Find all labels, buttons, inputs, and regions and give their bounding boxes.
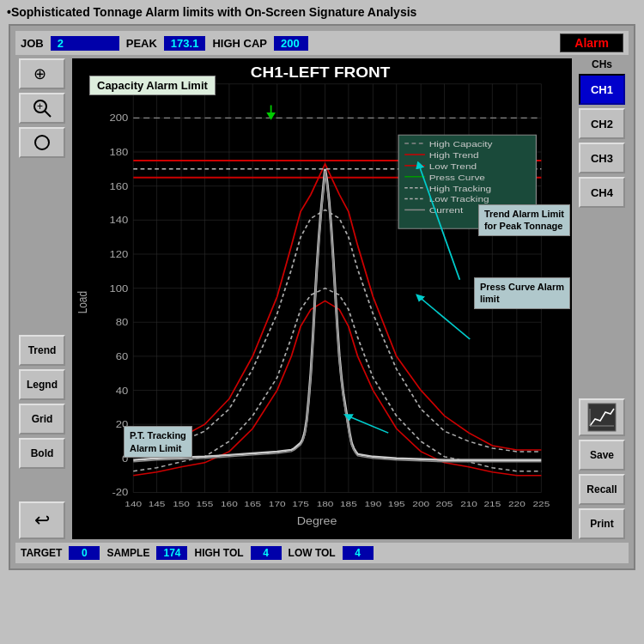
chs-label: CHs bbox=[592, 58, 612, 70]
svg-text:145: 145 bbox=[149, 499, 166, 508]
svg-text:140: 140 bbox=[125, 499, 142, 508]
svg-text:175: 175 bbox=[292, 499, 309, 508]
svg-text:180: 180 bbox=[317, 499, 334, 508]
lowtol-value: 4 bbox=[343, 546, 374, 560]
job-label: JOB bbox=[21, 37, 44, 50]
bold-button[interactable]: Bold bbox=[19, 438, 65, 469]
press-curve-alarm-label: Press Curve Alarmlimit bbox=[474, 277, 570, 309]
save-button[interactable]: Save bbox=[579, 440, 625, 471]
chart-area: 220 200 180 160 140 120 100 80 60 40 20 … bbox=[72, 58, 572, 539]
svg-text:Low Tracking: Low Tracking bbox=[429, 194, 489, 204]
svg-text:225: 225 bbox=[532, 499, 550, 508]
top-bar: JOB 2 PEAK 173.1 HIGH CAP 200 Alarm bbox=[15, 31, 629, 55]
svg-text:High Trend: High Trend bbox=[429, 150, 479, 160]
ch1-button[interactable]: CH1 bbox=[579, 74, 625, 105]
trend-alarm-label: Trend Alarm Limitfor Peak Tonnage bbox=[478, 204, 570, 236]
main-area: ⊕ + Trend Legnd Grid Bold ↩ bbox=[15, 58, 629, 539]
svg-text:150: 150 bbox=[173, 499, 190, 508]
svg-text:170: 170 bbox=[269, 499, 286, 508]
svg-text:195: 195 bbox=[388, 499, 405, 508]
print-button[interactable]: Print bbox=[579, 508, 625, 539]
target-value: 0 bbox=[69, 546, 100, 560]
ch4-button[interactable]: CH4 bbox=[579, 177, 625, 208]
legend-button[interactable]: Legnd bbox=[19, 369, 65, 400]
svg-text:Press Curve: Press Curve bbox=[429, 173, 485, 182]
svg-text:220: 220 bbox=[508, 499, 526, 508]
trend-button[interactable]: Trend bbox=[19, 335, 65, 366]
back-button[interactable]: ↩ bbox=[19, 501, 65, 539]
svg-text:210: 210 bbox=[460, 499, 477, 508]
circle-icon[interactable] bbox=[19, 127, 65, 158]
svg-text:High Capacity: High Capacity bbox=[429, 139, 493, 149]
svg-text:190: 190 bbox=[364, 499, 381, 508]
chart-icon-button[interactable] bbox=[579, 398, 625, 436]
lowtol-label: LOW TOL bbox=[289, 547, 336, 559]
recall-button[interactable]: Recall bbox=[579, 474, 625, 505]
svg-text:160: 160 bbox=[110, 181, 129, 192]
job-value: 2 bbox=[51, 36, 119, 51]
hightol-value: 4 bbox=[251, 546, 282, 560]
svg-point-4 bbox=[35, 136, 49, 149]
svg-text:200: 200 bbox=[110, 112, 129, 124]
svg-text:+: + bbox=[37, 100, 43, 112]
svg-text:80: 80 bbox=[116, 317, 129, 328]
svg-text:120: 120 bbox=[110, 249, 129, 260]
tracking-alarm-label: P.T. TrackingAlarm Limit bbox=[124, 426, 192, 458]
ch3-button[interactable]: CH3 bbox=[579, 143, 625, 173]
peak-label: PEAK bbox=[126, 37, 157, 50]
grid-button[interactable]: Grid bbox=[19, 404, 65, 434]
svg-text:⊕: ⊕ bbox=[33, 65, 46, 82]
main-container: JOB 2 PEAK 173.1 HIGH CAP 200 Alarm ⊕ + bbox=[9, 24, 635, 570]
svg-text:60: 60 bbox=[116, 351, 129, 362]
highcap-label: HIGH CAP bbox=[212, 37, 267, 50]
svg-line-2 bbox=[45, 111, 51, 117]
right-sidebar: CHs CH1 CH2 CH3 CH4 Save Recall Print bbox=[575, 58, 629, 539]
bottom-bar: TARGET 0 SAMPLE 174 HIGH TOL 4 LOW TOL 4 bbox=[15, 543, 629, 563]
svg-text:Low Trend: Low Trend bbox=[429, 161, 477, 171]
svg-text:180: 180 bbox=[110, 147, 129, 158]
svg-text:High Tracking: High Tracking bbox=[429, 184, 492, 193]
capacity-alarm-label: Capacity Alarm Limit bbox=[89, 76, 216, 95]
target-label: TARGET bbox=[21, 547, 62, 559]
svg-text:205: 205 bbox=[436, 499, 453, 508]
svg-text:165: 165 bbox=[244, 499, 261, 508]
svg-text:-20: -20 bbox=[112, 487, 128, 498]
svg-text:Load: Load bbox=[76, 291, 89, 313]
ch2-button[interactable]: CH2 bbox=[579, 108, 625, 139]
svg-text:160: 160 bbox=[221, 499, 238, 508]
peak-value: 173.1 bbox=[164, 36, 206, 51]
svg-text:140: 140 bbox=[110, 215, 129, 226]
highcap-value: 200 bbox=[274, 36, 308, 51]
left-sidebar: ⊕ + Trend Legnd Grid Bold ↩ bbox=[15, 58, 69, 539]
alarm-button[interactable]: Alarm bbox=[560, 33, 623, 52]
svg-text:100: 100 bbox=[110, 283, 129, 295]
svg-text:200: 200 bbox=[412, 499, 429, 508]
svg-text:CH1-LEFT FRONT: CH1-LEFT FRONT bbox=[251, 64, 391, 80]
sample-label: SAMPLE bbox=[106, 547, 149, 559]
svg-text:Degree: Degree bbox=[297, 515, 337, 527]
cursor-icon[interactable]: ⊕ bbox=[19, 58, 65, 89]
svg-text:185: 185 bbox=[340, 499, 357, 508]
svg-text:155: 155 bbox=[197, 499, 214, 508]
svg-text:40: 40 bbox=[116, 386, 129, 397]
zoom-icon[interactable]: + bbox=[19, 93, 65, 124]
hightol-label: HIGH TOL bbox=[194, 547, 243, 559]
sample-value: 174 bbox=[156, 546, 187, 560]
page-title: •Sophisticated Tonnage Alarm limits with… bbox=[0, 0, 644, 24]
svg-text:215: 215 bbox=[483, 499, 501, 508]
